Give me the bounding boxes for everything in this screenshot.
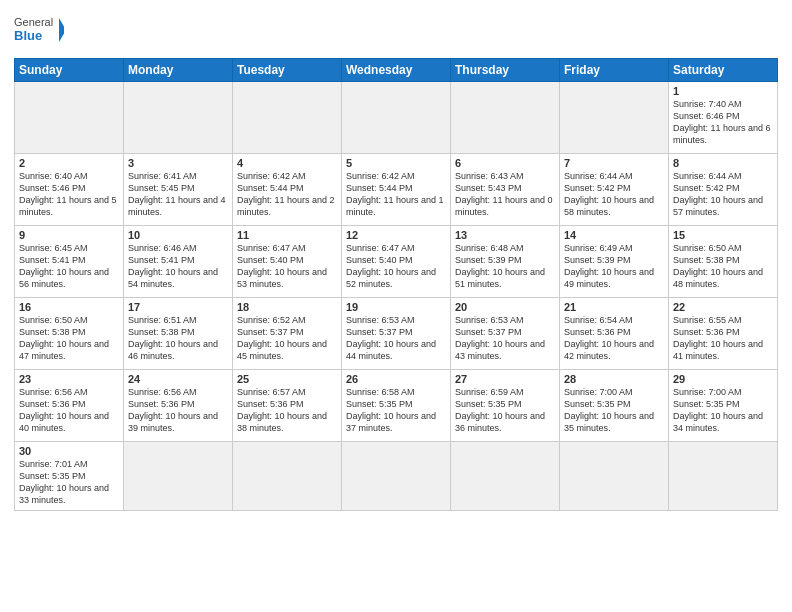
calendar-cell [560,82,669,154]
calendar-cell [451,442,560,511]
day-info: Sunrise: 6:57 AM Sunset: 5:36 PM Dayligh… [237,386,337,435]
day-info: Sunrise: 6:53 AM Sunset: 5:37 PM Dayligh… [455,314,555,363]
day-info: Sunrise: 6:53 AM Sunset: 5:37 PM Dayligh… [346,314,446,363]
day-info: Sunrise: 7:01 AM Sunset: 5:35 PM Dayligh… [19,458,119,507]
calendar-cell: 3Sunrise: 6:41 AM Sunset: 5:45 PM Daylig… [124,154,233,226]
calendar-cell [15,82,124,154]
day-info: Sunrise: 6:50 AM Sunset: 5:38 PM Dayligh… [19,314,119,363]
calendar-cell [342,82,451,154]
col-header-wednesday: Wednesday [342,59,451,82]
day-info: Sunrise: 6:52 AM Sunset: 5:37 PM Dayligh… [237,314,337,363]
calendar-cell: 13Sunrise: 6:48 AM Sunset: 5:39 PM Dayli… [451,226,560,298]
day-info: Sunrise: 6:44 AM Sunset: 5:42 PM Dayligh… [564,170,664,219]
day-number: 26 [346,373,446,385]
calendar-cell: 18Sunrise: 6:52 AM Sunset: 5:37 PM Dayli… [233,298,342,370]
page: General Blue SundayMondayTuesdayWednesda… [0,0,792,612]
day-info: Sunrise: 6:41 AM Sunset: 5:45 PM Dayligh… [128,170,228,219]
calendar-cell [124,442,233,511]
calendar-cell: 4Sunrise: 6:42 AM Sunset: 5:44 PM Daylig… [233,154,342,226]
calendar-table: SundayMondayTuesdayWednesdayThursdayFrid… [14,58,778,511]
day-info: Sunrise: 6:47 AM Sunset: 5:40 PM Dayligh… [346,242,446,291]
day-info: Sunrise: 6:56 AM Sunset: 5:36 PM Dayligh… [19,386,119,435]
calendar-cell: 22Sunrise: 6:55 AM Sunset: 5:36 PM Dayli… [669,298,778,370]
generalblue-logo-icon: General Blue [14,10,64,52]
col-header-friday: Friday [560,59,669,82]
day-info: Sunrise: 6:42 AM Sunset: 5:44 PM Dayligh… [237,170,337,219]
day-number: 8 [673,157,773,169]
day-number: 11 [237,229,337,241]
calendar-cell: 30Sunrise: 7:01 AM Sunset: 5:35 PM Dayli… [15,442,124,511]
day-number: 14 [564,229,664,241]
day-info: Sunrise: 6:47 AM Sunset: 5:40 PM Dayligh… [237,242,337,291]
calendar-cell: 24Sunrise: 6:56 AM Sunset: 5:36 PM Dayli… [124,370,233,442]
day-number: 2 [19,157,119,169]
day-number: 25 [237,373,337,385]
day-info: Sunrise: 6:59 AM Sunset: 5:35 PM Dayligh… [455,386,555,435]
calendar-header-row: SundayMondayTuesdayWednesdayThursdayFrid… [15,59,778,82]
calendar-week-5: 30Sunrise: 7:01 AM Sunset: 5:35 PM Dayli… [15,442,778,511]
calendar-cell: 14Sunrise: 6:49 AM Sunset: 5:39 PM Dayli… [560,226,669,298]
day-number: 7 [564,157,664,169]
calendar-cell: 6Sunrise: 6:43 AM Sunset: 5:43 PM Daylig… [451,154,560,226]
day-number: 28 [564,373,664,385]
day-info: Sunrise: 6:46 AM Sunset: 5:41 PM Dayligh… [128,242,228,291]
day-info: Sunrise: 6:48 AM Sunset: 5:39 PM Dayligh… [455,242,555,291]
svg-text:General: General [14,16,53,28]
day-number: 9 [19,229,119,241]
calendar-cell: 8Sunrise: 6:44 AM Sunset: 5:42 PM Daylig… [669,154,778,226]
day-number: 12 [346,229,446,241]
calendar-cell: 26Sunrise: 6:58 AM Sunset: 5:35 PM Dayli… [342,370,451,442]
day-info: Sunrise: 6:50 AM Sunset: 5:38 PM Dayligh… [673,242,773,291]
day-number: 1 [673,85,773,97]
calendar-week-2: 9Sunrise: 6:45 AM Sunset: 5:41 PM Daylig… [15,226,778,298]
day-number: 21 [564,301,664,313]
day-info: Sunrise: 7:00 AM Sunset: 5:35 PM Dayligh… [564,386,664,435]
calendar-cell [342,442,451,511]
calendar-cell: 23Sunrise: 6:56 AM Sunset: 5:36 PM Dayli… [15,370,124,442]
header: General Blue [14,10,778,52]
svg-marker-2 [59,18,64,42]
calendar-cell: 20Sunrise: 6:53 AM Sunset: 5:37 PM Dayli… [451,298,560,370]
day-number: 6 [455,157,555,169]
day-number: 29 [673,373,773,385]
calendar-week-0: 1Sunrise: 7:40 AM Sunset: 6:46 PM Daylig… [15,82,778,154]
day-info: Sunrise: 6:49 AM Sunset: 5:39 PM Dayligh… [564,242,664,291]
day-number: 16 [19,301,119,313]
calendar-cell: 12Sunrise: 6:47 AM Sunset: 5:40 PM Dayli… [342,226,451,298]
calendar-cell: 15Sunrise: 6:50 AM Sunset: 5:38 PM Dayli… [669,226,778,298]
col-header-tuesday: Tuesday [233,59,342,82]
day-number: 15 [673,229,773,241]
calendar-cell: 16Sunrise: 6:50 AM Sunset: 5:38 PM Dayli… [15,298,124,370]
calendar-week-1: 2Sunrise: 6:40 AM Sunset: 5:46 PM Daylig… [15,154,778,226]
day-number: 17 [128,301,228,313]
calendar-cell: 28Sunrise: 7:00 AM Sunset: 5:35 PM Dayli… [560,370,669,442]
day-number: 27 [455,373,555,385]
calendar-cell [560,442,669,511]
calendar-cell: 17Sunrise: 6:51 AM Sunset: 5:38 PM Dayli… [124,298,233,370]
calendar-cell [233,442,342,511]
day-number: 20 [455,301,555,313]
day-info: Sunrise: 6:43 AM Sunset: 5:43 PM Dayligh… [455,170,555,219]
calendar-cell: 25Sunrise: 6:57 AM Sunset: 5:36 PM Dayli… [233,370,342,442]
col-header-monday: Monday [124,59,233,82]
calendar-cell: 9Sunrise: 6:45 AM Sunset: 5:41 PM Daylig… [15,226,124,298]
day-number: 19 [346,301,446,313]
svg-text:Blue: Blue [14,28,42,43]
calendar-cell [451,82,560,154]
day-info: Sunrise: 6:58 AM Sunset: 5:35 PM Dayligh… [346,386,446,435]
day-info: Sunrise: 7:40 AM Sunset: 6:46 PM Dayligh… [673,98,773,147]
day-number: 24 [128,373,228,385]
day-info: Sunrise: 6:42 AM Sunset: 5:44 PM Dayligh… [346,170,446,219]
col-header-sunday: Sunday [15,59,124,82]
day-info: Sunrise: 6:44 AM Sunset: 5:42 PM Dayligh… [673,170,773,219]
col-header-saturday: Saturday [669,59,778,82]
calendar-week-4: 23Sunrise: 6:56 AM Sunset: 5:36 PM Dayli… [15,370,778,442]
day-info: Sunrise: 6:55 AM Sunset: 5:36 PM Dayligh… [673,314,773,363]
calendar-cell: 27Sunrise: 6:59 AM Sunset: 5:35 PM Dayli… [451,370,560,442]
day-number: 4 [237,157,337,169]
calendar-cell: 21Sunrise: 6:54 AM Sunset: 5:36 PM Dayli… [560,298,669,370]
day-info: Sunrise: 6:54 AM Sunset: 5:36 PM Dayligh… [564,314,664,363]
day-number: 10 [128,229,228,241]
day-info: Sunrise: 6:51 AM Sunset: 5:38 PM Dayligh… [128,314,228,363]
calendar-cell: 11Sunrise: 6:47 AM Sunset: 5:40 PM Dayli… [233,226,342,298]
